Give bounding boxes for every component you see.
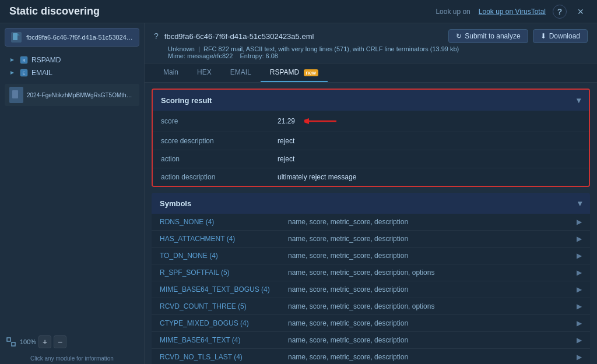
- scoring-table: score 21.29: [153, 111, 589, 186]
- symbol-name: RCVD_NO_TLS_LAST (4): [160, 353, 288, 361]
- download-label: Download: [549, 32, 580, 40]
- zoom-in-button[interactable]: +: [38, 335, 51, 348]
- symbol-expand-icon: ▶: [577, 268, 582, 277]
- symbol-name: CTYPE_MIXED_BOGUS (4): [160, 319, 288, 327]
- red-arrow-icon: [304, 115, 339, 127]
- content-scroll[interactable]: Scoring result ▾ score 21.29: [145, 83, 597, 364]
- action-description-row: action description ultimately reject mes…: [153, 168, 589, 186]
- symbol-row[interactable]: RDNS_NONE (4) name, score, metric_score,…: [152, 214, 590, 230]
- symbol-name: HAS_ATTACHMENT (4): [160, 235, 288, 243]
- scoring-chevron-icon: ▾: [577, 96, 581, 105]
- svg-text:E: E: [23, 71, 26, 75]
- symbol-desc: name, score, metric_score, description: [288, 218, 572, 226]
- expand-icon: [5, 335, 17, 348]
- download-button[interactable]: ⬇ Download: [533, 29, 588, 43]
- symbol-name: MIME_BASE64_TEXT (4): [160, 336, 288, 344]
- symbol-expand-icon: ▶: [577, 353, 582, 361]
- score-desc-value: reject: [278, 137, 294, 145]
- action-value: reject: [278, 155, 294, 163]
- symbol-row[interactable]: RCVD_NO_TLS_LAST (4) name, score, metric…: [152, 348, 590, 364]
- file-question-icon: ?: [154, 31, 159, 41]
- scoring-result-title: Scoring result: [161, 96, 212, 105]
- symbols-list: RDNS_NONE (4) name, score, metric_score,…: [152, 214, 590, 364]
- symbols-header: Symbols ▾: [152, 193, 590, 214]
- symbol-desc: name, score, metric_score, description: [288, 285, 572, 294]
- zoom-out-button[interactable]: −: [54, 335, 66, 348]
- sidebar-file-item[interactable]: fbcd9fa6-6c46-7f6f-d41a-51c5302423a5.eml: [5, 28, 139, 47]
- symbol-row[interactable]: HAS_ATTACHMENT (4) name, score, metric_s…: [152, 230, 590, 247]
- symbols-section: Symbols ▾ RDNS_NONE (4) name, score, met…: [152, 193, 590, 364]
- symbol-desc: name, score, metric_score, description: [288, 353, 572, 361]
- symbols-chevron-icon: ▾: [578, 199, 582, 208]
- symbol-name: RCVD_COUNT_THREE (5): [160, 302, 288, 310]
- sidebar-tree-rspamd[interactable]: R RSPAMD: [5, 54, 139, 66]
- file-meta: Unknown | RFC 822 mail, ASCII text, with…: [168, 45, 588, 59]
- submit-analyze-button[interactable]: ↻ Submit to analyze: [448, 29, 528, 43]
- file-header-top: ? fbcd9fa6-6c46-7f6f-d41a-51c5302423a5.e…: [154, 29, 588, 43]
- symbol-row[interactable]: MIME_BASE64_TEXT (4) name, score, metric…: [152, 331, 590, 348]
- symbol-row[interactable]: R_SPF_SOFTFAIL (5) name, score, metric_s…: [152, 264, 590, 281]
- symbol-name: R_SPF_SOFTFAIL (5): [160, 268, 288, 277]
- virustotal-link[interactable]: Look up on VirusTotal: [479, 8, 546, 16]
- help-button[interactable]: ?: [553, 5, 567, 19]
- symbol-desc: name, score, metric_score, description, …: [288, 302, 572, 310]
- sidebar-tree-email[interactable]: E EMAIL: [5, 66, 139, 79]
- tab-email[interactable]: EMAIL: [221, 63, 261, 82]
- file-header-name: fbcd9fa6-6c46-7f6f-d41a-51c5302423a5.eml: [164, 32, 314, 41]
- score-label: score: [161, 117, 278, 125]
- symbol-expand-icon: ▶: [577, 336, 582, 344]
- sidebar-bottom: 100% + −: [0, 331, 144, 353]
- tab-hex[interactable]: HEX: [188, 63, 221, 82]
- symbol-expand-icon: ▶: [577, 252, 582, 260]
- attachment-name: 2024-FgeNtikzhMpBMWgRsGT5OMth_Xt...: [27, 92, 135, 98]
- symbol-expand-icon: ▶: [577, 319, 582, 327]
- symbol-row[interactable]: MIME_BASE64_TEXT_BOGUS (4) name, score, …: [152, 281, 590, 298]
- title-bar-right: Look up on Look up on VirusTotal ? ✕: [436, 5, 588, 19]
- symbols-title: Symbols: [160, 199, 191, 208]
- close-button[interactable]: ✕: [574, 5, 588, 19]
- submit-icon: ↻: [456, 32, 462, 40]
- svg-rect-8: [12, 90, 18, 98]
- rspamd-label: RSPAMD: [31, 56, 61, 64]
- svg-marker-9: [18, 90, 20, 93]
- score-value: 21.29: [278, 117, 295, 125]
- content-area: ? fbcd9fa6-6c46-7f6f-d41a-51c5302423a5.e…: [145, 23, 597, 364]
- submit-label: Submit to analyze: [465, 32, 520, 40]
- entropy-value: 6.08: [266, 52, 278, 59]
- sidebar: fbcd9fa6-6c46-7f6f-d41a-51c5302423a5.eml…: [0, 23, 145, 364]
- symbol-desc: name, score, metric_score, description: [288, 235, 572, 243]
- email-label: EMAIL: [31, 69, 52, 77]
- action-desc-value: ultimately reject message: [278, 173, 356, 181]
- attachment-icon: [9, 87, 23, 103]
- symbol-expand-icon: ▶: [577, 285, 582, 294]
- svg-rect-10: [7, 338, 10, 341]
- sidebar-attachment[interactable]: 2024-FgeNtikzhMpBMWgRsGT5OMth_Xt...: [5, 84, 139, 106]
- score-desc-label: score description: [161, 137, 278, 145]
- red-arrow-annotation: [304, 115, 339, 127]
- file-header-actions: ↻ Submit to analyze ⬇ Download: [448, 29, 588, 43]
- virustotal-label: Look up on: [436, 8, 470, 16]
- email-icon: E: [20, 69, 28, 77]
- zoom-level: 100%: [20, 338, 36, 345]
- symbol-row[interactable]: CTYPE_MIXED_BOGUS (4) name, score, metri…: [152, 314, 590, 331]
- entropy-label: Entropy:: [240, 52, 266, 59]
- title-bar: Static discovering Look up on Look up on…: [0, 0, 597, 23]
- file-status: Unknown: [168, 45, 195, 52]
- action-row: action reject: [153, 150, 589, 168]
- symbol-desc: name, score, metric_score, description: [288, 319, 572, 327]
- symbol-expand-icon: ▶: [577, 235, 582, 243]
- tab-rspamd[interactable]: RSPAMD new: [261, 63, 328, 82]
- scoring-result-header: Scoring result ▾: [153, 90, 589, 111]
- svg-marker-2: [10, 58, 14, 62]
- svg-marker-1: [17, 33, 20, 36]
- title-bar-left: Static discovering: [9, 5, 100, 17]
- symbol-expand-icon: ▶: [577, 302, 582, 310]
- action-label: action: [161, 155, 278, 163]
- tab-main[interactable]: Main: [154, 63, 188, 82]
- svg-text:R: R: [22, 58, 25, 62]
- symbol-row[interactable]: RCVD_COUNT_THREE (5) name, score, metric…: [152, 298, 590, 314]
- app-title: Static discovering: [9, 5, 100, 17]
- symbol-row[interactable]: TO_DN_NONE (4) name, score, metric_score…: [152, 247, 590, 264]
- mime-value: message/rfc822: [187, 52, 233, 59]
- main-layout: fbcd9fa6-6c46-7f6f-d41a-51c5302423a5.eml…: [0, 23, 597, 364]
